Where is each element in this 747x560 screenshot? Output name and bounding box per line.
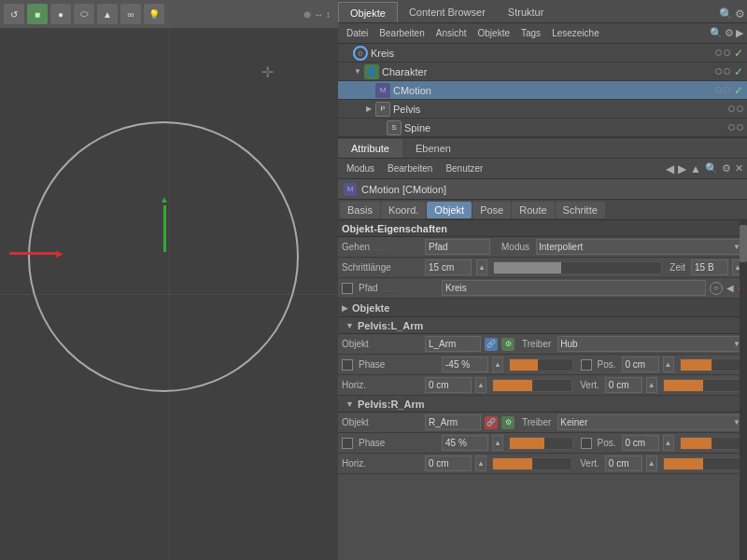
prop-input-kreis[interactable]: Kreis (442, 280, 706, 296)
slider-pos-r[interactable] (680, 437, 744, 450)
tool-cube[interactable]: ■ (27, 4, 48, 24)
slider-horiz-r[interactable] (492, 457, 572, 470)
scrollbar-track[interactable] (740, 220, 747, 560)
pos-checkbox-r[interactable] (581, 438, 592, 449)
attr-benutzer[interactable]: Benutzer (441, 162, 487, 175)
tab-content-browser[interactable]: Content Browser (398, 2, 497, 22)
object-row-spine[interactable]: S Spine (338, 119, 747, 137)
prop-select-modus[interactable]: Interpoliert ▼ (536, 239, 743, 255)
tool-landscape[interactable]: ▲ (97, 4, 118, 24)
stepper-horiz-r[interactable]: ▲ (475, 455, 486, 471)
dot1pv[interactable] (728, 105, 735, 112)
kreis-circle-btn[interactable]: ○ (710, 282, 723, 295)
tool-lamp[interactable]: 💡 (144, 4, 164, 24)
tab-struktur[interactable]: Struktur (497, 2, 556, 22)
settings-attr-icon[interactable]: ⚙ (722, 162, 731, 175)
tool-torus[interactable]: ∞ (120, 4, 141, 24)
attr-bearbeiten[interactable]: Bearbeiten (383, 162, 437, 175)
ctab-pose[interactable]: Pose (472, 202, 511, 218)
stepper-phase-r[interactable]: ▲ (492, 435, 503, 451)
stepper-up-schrittlaenge[interactable]: ▲ (476, 259, 487, 275)
toolbar-lesezeichen[interactable]: Lesezeiche (547, 27, 604, 39)
ctab-route[interactable]: Route (512, 202, 554, 218)
ctab-schritte[interactable]: Schritte (556, 202, 605, 218)
search-attr-icon[interactable]: 🔍 (705, 162, 718, 175)
dot2[interactable] (724, 49, 730, 56)
stepper-pos-r[interactable]: ▲ (663, 435, 674, 451)
pos-checkbox-l[interactable] (581, 359, 592, 371)
prop-input-schrittlaenge[interactable]: 15 cm (425, 259, 472, 275)
toolbar-bearbeiten[interactable]: Bearbeiten (374, 27, 429, 39)
treiber-select-r-arm[interactable]: Keiner ▼ (557, 414, 743, 430)
phase-checkbox-r[interactable] (342, 438, 353, 449)
toolbar-datei[interactable]: Datei (342, 27, 373, 39)
tab-objekte[interactable]: Objekte (338, 2, 398, 22)
prop-input-zeit[interactable]: 15 B (691, 259, 728, 275)
kreis-arrow-prev[interactable]: ◀ (726, 283, 734, 293)
nav-prev-icon[interactable]: ◀ (666, 162, 674, 175)
prop-input-vert-l[interactable]: 0 cm (605, 377, 642, 393)
prop-input-r-arm[interactable]: R_Arm (425, 414, 481, 430)
slider-vert-l[interactable] (663, 379, 743, 392)
dot1[interactable] (715, 49, 722, 56)
dot2c[interactable] (724, 68, 730, 75)
stepper-vert-r[interactable]: ▲ (646, 455, 657, 471)
phase-checkbox-l[interactable] (342, 359, 353, 371)
prop-input-pos-l[interactable]: 0 cm (622, 357, 659, 372)
dot2pv[interactable] (737, 105, 743, 112)
prop-input-l-arm[interactable]: L_Arm (425, 336, 481, 352)
slider-pos-l[interactable] (680, 358, 744, 371)
subsection-pelvis-r-arm[interactable]: ▼ Pelvis:R_Arm (338, 396, 747, 413)
scrollbar-thumb[interactable] (740, 225, 747, 262)
object-row-charakter[interactable]: ▼ 👤 Charakter ✓ (338, 63, 747, 81)
toolbar-objekte[interactable]: Objekte (473, 27, 514, 39)
slider-vert-r[interactable] (663, 457, 743, 470)
stepper-phase-l[interactable]: ▲ (492, 357, 503, 372)
object-row-kreis[interactable]: ○ Kreis ✓ (338, 44, 747, 63)
slider-phase-r[interactable] (509, 437, 573, 450)
dot1c[interactable] (715, 68, 722, 75)
pfad-checkbox[interactable] (342, 283, 353, 294)
toolbar-ansicht[interactable]: Ansicht (431, 27, 472, 39)
prop-input-phase-r[interactable]: 45 % (442, 435, 488, 451)
object-row-pelvis[interactable]: ▶ P Pelvis (338, 100, 747, 119)
stepper-pos-l[interactable]: ▲ (663, 357, 674, 372)
slider-horiz-l[interactable] (492, 379, 572, 392)
expand-icon-charakter[interactable]: ▼ (353, 67, 362, 77)
prop-input-horiz-r[interactable]: 0 cm (425, 455, 472, 471)
slider-schrittlaenge[interactable] (493, 261, 662, 274)
treiber-select-l-arm[interactable]: Hub ▼ (557, 336, 743, 352)
expand-pelvis[interactable]: ▶ (364, 105, 374, 114)
subsection-pelvis-l-arm[interactable]: ▼ Pelvis:L_Arm (338, 317, 747, 334)
dot1m[interactable] (715, 87, 722, 93)
search-icon[interactable]: 🔍 (719, 7, 733, 21)
link-icon-r-arm[interactable]: 🔗 (485, 416, 498, 429)
stepper-vert-l[interactable]: ▲ (646, 377, 657, 393)
link-icon-l-arm[interactable]: 🔗 (485, 338, 498, 351)
search-objects-icon[interactable]: 🔍 (710, 27, 723, 39)
tool-capsule[interactable]: ⬭ (74, 4, 94, 24)
close-attr-icon[interactable]: ✕ (735, 162, 743, 175)
prop-input-horiz-l[interactable]: 0 cm (425, 377, 472, 393)
tab-ebenen[interactable]: Ebenen (402, 139, 464, 158)
nav-up-icon[interactable]: ▲ (690, 162, 701, 175)
ctab-objekt[interactable]: Objekt (427, 202, 472, 218)
slider-phase-l[interactable] (509, 358, 573, 371)
tool-sphere[interactable]: ● (50, 4, 71, 24)
prop-input-vert-r[interactable]: 0 cm (605, 455, 642, 471)
dot1sp[interactable] (728, 124, 735, 131)
prop-input-pos-r[interactable]: 0 cm (622, 435, 659, 451)
tab-attribute[interactable]: Attribute (338, 139, 402, 158)
object-row-cmotion[interactable]: M CMotion ✓ (338, 81, 747, 100)
prop-input-pfad[interactable]: Pfad (425, 239, 490, 255)
stepper-horiz-l[interactable]: ▲ (475, 377, 486, 393)
dot2sp[interactable] (737, 124, 743, 131)
ctab-koord[interactable]: Koord. (381, 202, 426, 218)
tool-spiral[interactable]: ↺ (4, 4, 24, 24)
prop-input-phase-l[interactable]: -45 % (442, 357, 488, 372)
section-objekte[interactable]: ▶ Objekte (338, 299, 747, 317)
dot2m[interactable] (724, 87, 730, 93)
settings-objects-icon[interactable]: ⚙ (725, 27, 734, 39)
gear-icon-r-arm[interactable]: ⚙ (501, 416, 514, 429)
settings-icon[interactable]: ⚙ (735, 7, 745, 21)
